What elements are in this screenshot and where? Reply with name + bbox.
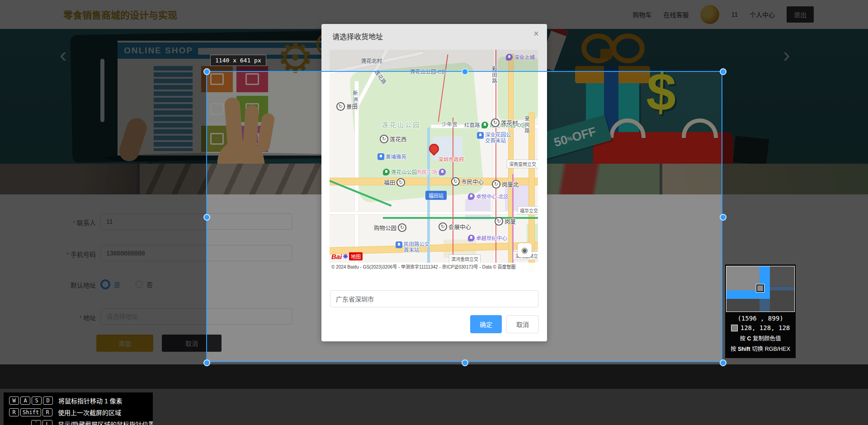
shortcut-row: `L显示/隐藏截屏区域的鼠标指针位置	[9, 420, 147, 425]
magnifier-center-pixel	[756, 284, 764, 292]
key-cap: A	[20, 397, 30, 405]
selection-outside-dim	[0, 71, 206, 362]
shortcut-row: WASD将鼠标指针移动 1 像素	[9, 396, 147, 405]
shortcut-description: 使用上一次截屏的区域	[58, 408, 121, 417]
shortcut-row: RShiftR使用上一次截屏的区域	[9, 408, 147, 417]
selection-handle-ne[interactable]	[720, 68, 726, 75]
screen: 零食销售商城的设计与实现 购物车 在线客服 11 个人中心 退出 ‹ › ONL…	[0, 0, 868, 425]
key-cap: L	[42, 420, 52, 425]
selection-size-label: 1140 x 641 px	[210, 55, 266, 66]
pixel-rgb-value: 128, 128, 128	[741, 324, 790, 331]
key-cap: Shift	[20, 408, 41, 416]
magnifier-view	[726, 266, 795, 312]
selection-handle-sw[interactable]	[203, 359, 210, 366]
selection-handle-s[interactable]	[462, 359, 468, 366]
selection-outside-dim	[0, 0, 868, 71]
key-cap: D	[43, 397, 53, 405]
selection-rectangle[interactable]	[206, 71, 722, 362]
shortcut-description: 显示/隐藏截屏区域的鼠标指针位置	[58, 420, 153, 425]
pixel-color-row: 128, 128, 128	[725, 324, 796, 331]
key-cap: R	[42, 408, 52, 416]
key-cap: `	[31, 420, 41, 425]
color-swatch	[731, 325, 738, 331]
cursor-coordinates: (1596 , 899)	[725, 315, 796, 322]
selection-handle-se[interactable]	[720, 359, 726, 366]
selection-handle-w[interactable]	[203, 214, 210, 221]
magnifier-panel: (1596 , 899) 128, 128, 128 按 C 复制颜色值 按 S…	[725, 264, 796, 358]
key-cap: S	[32, 397, 42, 405]
toggle-format-hint: 按 Shift 切换 RGB/HEX	[725, 344, 796, 353]
copy-color-hint: 按 C 复制颜色值	[725, 334, 796, 342]
shortcuts-panel: WASD将鼠标指针移动 1 像素RShiftR使用上一次截屏的区域`L显示/隐藏…	[4, 392, 153, 425]
selection-handle-e[interactable]	[720, 214, 726, 221]
shortcut-description: 将鼠标指针移动 1 像素	[58, 396, 123, 405]
key-cap: R	[9, 408, 19, 416]
selection-handle-nw[interactable]	[203, 68, 210, 75]
key-cap: W	[9, 397, 19, 405]
selection-handle-n[interactable]	[462, 68, 468, 75]
